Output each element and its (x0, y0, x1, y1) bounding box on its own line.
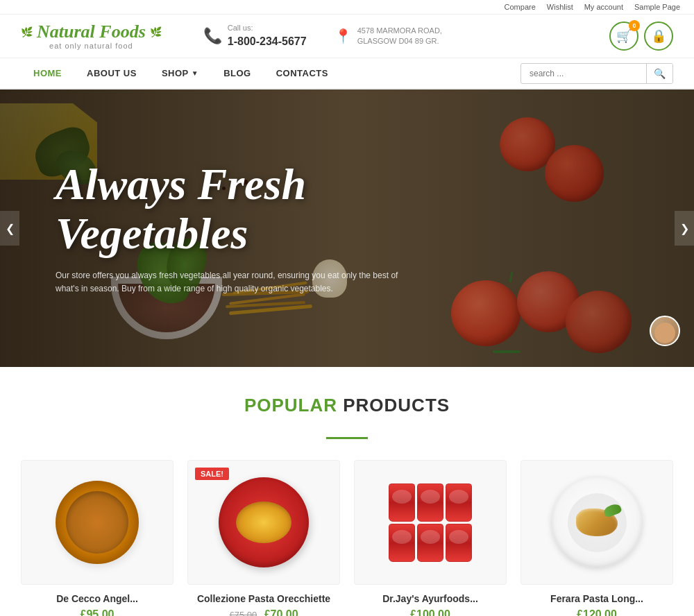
product-image-3 (354, 460, 507, 585)
product-image-4 (520, 460, 673, 585)
avatar-face (654, 323, 675, 343)
product-price-sale-2: £70.00 (264, 608, 298, 616)
nav-contacts[interactable]: CONTACTS (264, 58, 341, 88)
pasta-nest-image (56, 481, 139, 564)
phone-number: 1-800-234-5677 (228, 34, 307, 49)
utility-myaccount[interactable]: My account (584, 3, 623, 11)
product-name-2: Collezione Pasta Orecchiette (187, 593, 340, 604)
chevron-right-icon: ❯ (680, 222, 689, 235)
product-name-3: Dr.Jay's Ayurfoods... (354, 593, 507, 604)
product-name-1: De Cecco Angel... (21, 593, 174, 604)
header-address: 📍 4578 MARMORA ROAD, GLASGOW D04 89 GR. (335, 26, 442, 47)
product-card-2[interactable]: SALE! Collezione Pasta Orecchiette £75.0… (187, 460, 340, 616)
pasta-tangle (576, 508, 618, 536)
orecchiette-image (219, 477, 309, 567)
hero-title: Always Fresh Vegetables (56, 160, 430, 258)
product-price-4: £120.00 (520, 608, 673, 616)
products-section: POPULAR PRODUCTS De Cecco Angel... £95.0… (0, 367, 694, 616)
nav-blog[interactable]: BLOG (211, 58, 264, 88)
pkg-bag-5 (417, 524, 443, 562)
section-divider (326, 437, 368, 439)
account-button[interactable]: 🔒 (644, 22, 673, 51)
leaf-icon-right: 🌿 (150, 26, 162, 37)
chevron-left-icon: ❮ (6, 222, 15, 235)
pkg-bag-2 (417, 484, 443, 522)
section-title-highlight: POPULAR (244, 395, 337, 416)
sale-badge: SALE! (195, 468, 229, 480)
header-phone: 📞 Call us: 1-800-234-5677 (203, 23, 307, 49)
section-title: POPULAR PRODUCTS (21, 395, 673, 416)
utility-samplepage[interactable]: Sample Page (634, 3, 680, 11)
header-action-icons: 🛒 0 🔒 (609, 22, 673, 51)
cart-badge: 0 (629, 20, 640, 31)
address-line2: GLASGOW D04 89 GR. (357, 37, 439, 45)
product-name-4: Ferara Pasta Long... (520, 593, 673, 604)
logo-name: Natural Foods (37, 22, 146, 42)
products-grid: De Cecco Angel... £95.00 SALE! Collezion… (21, 460, 673, 616)
pkg-bag-1 (389, 484, 415, 522)
hero-next-button[interactable]: ❯ (675, 211, 694, 246)
cart-button[interactable]: 🛒 0 (609, 22, 638, 51)
logo[interactable]: 🌿 Natural Foods 🌿 eat only natural food (21, 22, 162, 51)
plate-image (552, 477, 642, 567)
search-input[interactable] (521, 65, 646, 83)
main-nav: HOME ABOUT US SHOP ▼ BLOG CONTACTS 🔍 (0, 58, 694, 89)
leaf-icon-left: 🌿 (21, 26, 33, 37)
product-card-4[interactable]: Ferara Pasta Long... £120.00 (520, 460, 673, 616)
search-icon: 🔍 (654, 68, 666, 79)
product-card-1[interactable]: De Cecco Angel... £95.00 (21, 460, 174, 616)
product-price-3: £100.00 (354, 608, 507, 616)
chevron-down-icon: ▼ (192, 69, 198, 77)
utility-bar: Compare Wishlist My account Sample Page (0, 0, 694, 15)
hero-subtitle: Our store offers you always fresh vegeta… (56, 269, 403, 296)
hero-banner: ❮ Always Fresh Vegetables Our store offe… (0, 89, 694, 367)
cart-icon: 🛒 (616, 28, 632, 44)
nav-home[interactable]: HOME (21, 58, 74, 88)
phone-icon: 📞 (203, 27, 222, 45)
search-button[interactable]: 🔍 (646, 64, 672, 83)
pkg-bag-4 (389, 524, 415, 562)
nav-about[interactable]: ABOUT US (74, 58, 149, 88)
logo-tagline: eat only natural food (49, 42, 133, 50)
product-card-3[interactable]: Dr.Jay's Ayurfoods... £100.00 (354, 460, 507, 616)
location-icon: 📍 (335, 28, 352, 44)
utility-wishlist[interactable]: Wishlist (547, 3, 573, 11)
plate-inner (568, 493, 627, 552)
hero-prev-button[interactable]: ❮ (0, 211, 19, 246)
nav-shop[interactable]: SHOP ▼ (149, 58, 211, 88)
utility-compare[interactable]: Compare (505, 3, 536, 11)
phone-label: Call us: (228, 24, 253, 32)
lock-icon: 🔒 (651, 28, 666, 44)
packages-image (385, 484, 475, 562)
product-image-1 (21, 460, 174, 585)
search-box[interactable]: 🔍 (520, 63, 673, 84)
section-title-normal: PRODUCTS (337, 395, 450, 416)
product-image-2: SALE! (187, 460, 340, 585)
product-price-old-2: £75.00 (229, 610, 257, 616)
nav-links: HOME ABOUT US SHOP ▼ BLOG CONTACTS (21, 58, 520, 88)
pkg-bag-6 (446, 524, 472, 562)
address-line1: 4578 MARMORA ROAD, (357, 26, 442, 35)
hero-content: Always Fresh Vegetables Our store offers… (0, 160, 486, 296)
product-price-1: £95.00 (21, 608, 174, 616)
hero-testimonial-avatar (650, 316, 680, 346)
site-header: 🌿 Natural Foods 🌿 eat only natural food … (0, 15, 694, 58)
pkg-bag-3 (446, 484, 472, 522)
